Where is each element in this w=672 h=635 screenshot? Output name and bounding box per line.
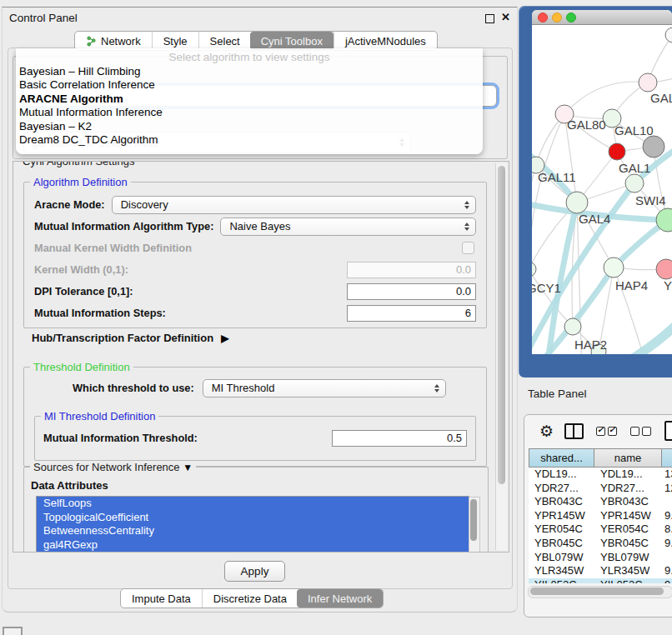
network-frame: GALGAL80GAL10GAL1GAL11SWI4GAL4YHAP4GCY1H…: [532, 10, 672, 354]
node-label: GAL10: [614, 123, 654, 138]
network-node-SWI4[interactable]: [625, 174, 644, 192]
column-header[interactable]: name: [594, 448, 662, 468]
algorithm-option[interactable]: Dream8 DC_TDC Algorithm: [16, 133, 483, 147]
kernel-width-label: Kernel Width (0,1):: [34, 263, 128, 276]
zoom-traffic-light-icon[interactable]: [566, 12, 576, 22]
column-header[interactable]: [662, 448, 672, 468]
node-label: GCY1: [532, 281, 561, 295]
data-attribute-item[interactable]: TopologicalCoefficient: [37, 511, 469, 525]
combo-arrows-icon: [464, 222, 469, 231]
table-cell: YPR145W: [529, 509, 594, 523]
tab-infer-network[interactable]: Infer Network: [297, 589, 383, 608]
network-node-GAL[interactable]: [639, 73, 657, 92]
split-columns-icon[interactable]: [564, 423, 584, 439]
tab-network[interactable]: Network: [75, 32, 152, 50]
scrollbar-thumb[interactable]: [530, 588, 664, 595]
network-node[interactable]: [665, 28, 672, 42]
tab-discretize-data[interactable]: Discretize Data: [202, 589, 298, 608]
table-row[interactable]: YIL052CYIL052C9.: [529, 578, 672, 583]
dpi-tolerance-field[interactable]: 0.0: [347, 283, 476, 300]
data-attribute-item[interactable]: gal4RGexp: [37, 538, 469, 552]
apply-button[interactable]: Apply: [224, 561, 285, 582]
table-cell: [662, 495, 672, 509]
network-node-GCY1[interactable]: [532, 262, 536, 277]
deselect-all-icon[interactable]: [630, 427, 654, 436]
collapse-triangle-icon[interactable]: ▼: [183, 462, 193, 473]
network-node-Y[interactable]: [656, 259, 672, 279]
close-icon[interactable]: ✕: [501, 11, 510, 23]
gear-icon[interactable]: ⚙: [539, 422, 554, 441]
kernel-width-field[interactable]: 0.0: [347, 262, 476, 278]
mi-threshold-label: Mutual Information Threshold:: [43, 432, 198, 444]
network-canvas-svg: GALGAL80GAL10GAL1GAL11SWI4GAL4YHAP4GCY1H…: [532, 26, 672, 354]
table-row[interactable]: YDL19...YDL19...13: [529, 468, 672, 482]
network-node-GAL4[interactable]: [566, 192, 588, 213]
table-row[interactable]: YER054CYER054C8.: [529, 522, 672, 537]
table-row[interactable]: YLR345WYLR345W9.: [529, 564, 672, 578]
network-node[interactable]: [643, 136, 664, 158]
network-node-HAP2[interactable]: [564, 318, 581, 335]
minimize-traffic-light-icon[interactable]: [552, 12, 562, 22]
which-threshold-combobox[interactable]: MI Threshold: [203, 379, 446, 398]
network-canvas[interactable]: GALGAL80GAL10GAL1GAL11SWI4GAL4YHAP4GCY1H…: [532, 26, 672, 354]
algorithm-option[interactable]: Basic Correlation Inference: [16, 78, 483, 92]
tab-label: Cyni Toolbox: [261, 35, 323, 48]
algorithm-option[interactable]: Bayesian – K2: [16, 120, 483, 133]
scrollbar-thumb[interactable]: [498, 166, 505, 484]
network-node-HAP4[interactable]: [604, 258, 624, 278]
cyni-mode-tabs: Impute Data Discretize Data Infer Networ…: [120, 588, 384, 608]
manual-kernel-checkbox[interactable]: [462, 242, 474, 254]
table-row[interactable]: YBR043CYBR043C: [529, 495, 672, 509]
data-attribute-item[interactable]: BetweennessCentrality: [37, 524, 469, 538]
tab-jactivemnodules[interactable]: jActiveMNodules: [333, 32, 437, 50]
table-toolbar: ⚙: [524, 415, 672, 447]
table-row[interactable]: YBL079WYBL079W: [529, 551, 672, 565]
table-hscrollbar[interactable]: [528, 586, 672, 598]
hub-definition-toggle[interactable]: Hub/Transcription Factor Definition ▶: [32, 332, 228, 344]
algorithm-option[interactable]: ARACNE Algorithm: [16, 92, 483, 106]
scrollbar-thumb[interactable]: [470, 499, 477, 541]
algorithm-option[interactable]: Bayesian – Hill Climbing: [16, 65, 483, 78]
node-label: HAP2: [574, 338, 607, 352]
tab-label: jActiveMNodules: [345, 35, 426, 48]
close-traffic-light-icon[interactable]: [538, 12, 548, 22]
combo-arrows-icon: [464, 201, 469, 209]
node-label: GAL4: [579, 212, 610, 226]
network-edge: [564, 82, 648, 114]
attributes-scrollbar[interactable]: [469, 497, 480, 552]
select-all-icon[interactable]: [596, 427, 619, 436]
data-attributes-label: Data Attributes: [31, 479, 108, 492]
aracne-mode-combobox[interactable]: Discovery: [112, 196, 476, 214]
panel-title: Control Panel: [9, 12, 78, 24]
control-panel: Control Panel ✕ Network Style Select Cyn…: [2, 7, 518, 612]
bottom-left-button[interactable]: [3, 627, 23, 635]
tab-style[interactable]: Style: [152, 32, 198, 50]
tab-cyni-toolbox[interactable]: Cyni Toolbox: [250, 32, 333, 50]
table-row[interactable]: YDR27...YDR27...12: [529, 482, 672, 496]
table-row[interactable]: YPR145WYPR145W9.: [529, 509, 672, 523]
mi-threshold-definition-group: MI Threshold Definition Mutual Informati…: [34, 416, 476, 461]
which-threshold-label: Which threshold to use:: [73, 382, 194, 394]
tab-impute-data[interactable]: Impute Data: [121, 589, 202, 608]
mi-steps-field[interactable]: 6: [347, 305, 476, 322]
table-row[interactable]: YBR045CYBR045C9.: [529, 537, 672, 551]
network-node-GAL1[interactable]: [609, 143, 625, 160]
data-attributes-list[interactable]: SelfLoopsTopologicalCoefficientBetweenne…: [36, 496, 469, 552]
algorithm-option[interactable]: Mutual Information Inference: [16, 106, 483, 119]
network-window-titlebar[interactable]: [532, 10, 672, 25]
node-label: Y: [664, 278, 672, 292]
data-attribute-item[interactable]: SelfLoops: [37, 497, 469, 511]
table-cell: YDL19...: [594, 468, 662, 482]
tab-select[interactable]: Select: [198, 32, 251, 50]
table-icon[interactable]: [664, 421, 672, 441]
tab-label: Network: [101, 35, 141, 48]
mi-threshold-field[interactable]: 0.5: [332, 430, 467, 447]
manual-kernel-label: Manual Kernel Width Definition: [34, 242, 192, 254]
float-window-icon[interactable]: [485, 14, 494, 23]
network-icon: [86, 36, 97, 47]
settings-scrollbar[interactable]: [495, 163, 507, 550]
dropdown-placeholder: Select algorithm to view settings: [16, 51, 483, 65]
mi-type-combobox[interactable]: Naive Bayes: [220, 218, 476, 236]
table-cell: YDL19...: [529, 468, 594, 482]
column-header[interactable]: shared...: [529, 448, 594, 468]
